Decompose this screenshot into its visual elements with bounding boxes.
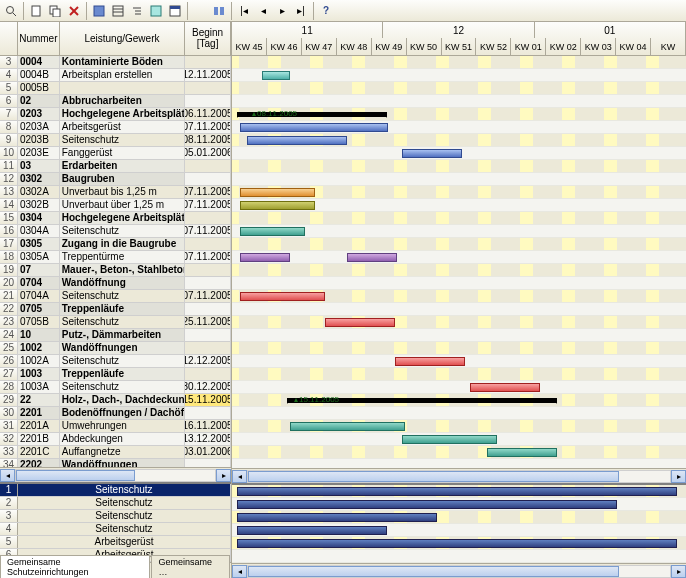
cell-begin[interactable]: 13.12.2005 bbox=[185, 433, 231, 445]
table-row[interactable]: 140302BUnverbaut über 1,25 m07.11.2005 bbox=[0, 199, 231, 212]
cell-begin[interactable] bbox=[185, 173, 231, 185]
table-row[interactable]: 230705BSeitenschutz25.11.2005 bbox=[0, 316, 231, 329]
cell-task[interactable]: Hochgelegene Arbeitsplätze bbox=[60, 212, 185, 224]
cell-task[interactable]: Holz-, Dach-, Dachdeckung u… bbox=[60, 394, 185, 406]
table-row[interactable]: 302201Bodenöffnungen / Dachöffnun… bbox=[0, 407, 231, 420]
table-row[interactable]: 210704ASeitenschutz07.11.2005 bbox=[0, 290, 231, 303]
gantt-row[interactable] bbox=[232, 355, 686, 368]
cell-nummer[interactable]: 0705 bbox=[18, 303, 60, 315]
cell-nummer[interactable]: 1003 bbox=[18, 368, 60, 380]
cell-begin[interactable]: 05.01.2006 bbox=[185, 147, 231, 159]
table-row[interactable]: 70203Hochgelegene Arbeitsplätze06.11.200… bbox=[0, 108, 231, 121]
gantt-row[interactable] bbox=[232, 95, 686, 108]
gantt-bar[interactable] bbox=[240, 253, 290, 262]
gantt-row[interactable] bbox=[232, 199, 686, 212]
cell-task[interactable]: Zugang in die Baugrube bbox=[60, 238, 185, 250]
cell-nummer[interactable]: 07 bbox=[18, 264, 60, 276]
cell-begin[interactable]: 07.11.2005 bbox=[185, 290, 231, 302]
cell-begin[interactable]: 08.11.2005 bbox=[185, 134, 231, 146]
cell-begin[interactable] bbox=[185, 329, 231, 341]
cell-begin[interactable]: 07.11.2005 bbox=[185, 251, 231, 263]
cell-begin[interactable]: 15.11.2005 bbox=[185, 394, 231, 406]
cell-task[interactable]: Seitenschutz bbox=[60, 316, 185, 328]
cell-task[interactable]: Baugruben bbox=[60, 173, 185, 185]
cell-begin[interactable] bbox=[185, 56, 231, 68]
cell-task[interactable]: Wandöffnungen bbox=[60, 459, 185, 468]
cell-task[interactable]: Mauer-, Beton-, Stahlbeton-, … bbox=[60, 264, 185, 276]
view-table-icon[interactable] bbox=[109, 2, 127, 20]
gantt-bar[interactable] bbox=[237, 526, 387, 535]
new-icon[interactable] bbox=[27, 2, 45, 20]
table-row[interactable]: 342202Wandöffnungen bbox=[0, 459, 231, 468]
table-row[interactable]: 312201AUmwehrungen16.11.2005 bbox=[0, 420, 231, 433]
bottom-row[interactable]: 5Arbeitsgerüst bbox=[0, 536, 231, 549]
bottom-cell-task[interactable]: Arbeitsgerüst bbox=[18, 536, 231, 548]
cell-nummer[interactable]: 1003A bbox=[18, 381, 60, 393]
gantt-bar[interactable] bbox=[237, 487, 677, 496]
cell-nummer[interactable]: 0302B bbox=[18, 199, 60, 211]
cell-task[interactable] bbox=[60, 82, 185, 94]
nav-last-icon[interactable]: ▸| bbox=[292, 2, 310, 20]
cell-task[interactable]: Erdarbeiten bbox=[60, 160, 185, 172]
cell-nummer[interactable]: 2201A bbox=[18, 420, 60, 432]
cell-nummer[interactable]: 0302 bbox=[18, 173, 60, 185]
cell-begin[interactable]: 16.11.2005 bbox=[185, 420, 231, 432]
gantt-bar[interactable] bbox=[237, 513, 437, 522]
gantt-row[interactable] bbox=[232, 316, 686, 329]
cell-task[interactable]: Treppenläufe bbox=[60, 368, 185, 380]
table-row[interactable]: 220705Treppenläufe bbox=[0, 303, 231, 316]
cell-task[interactable]: Fanggerüst bbox=[60, 147, 185, 159]
cell-nummer[interactable]: 0203 bbox=[18, 108, 60, 120]
gantt-row[interactable] bbox=[232, 121, 686, 134]
cell-nummer[interactable]: 0203A bbox=[18, 121, 60, 133]
bottom-row[interactable]: 3Seitenschutz bbox=[0, 510, 231, 523]
cell-nummer[interactable]: 0704 bbox=[18, 277, 60, 289]
bottom-cell-task[interactable]: Seitenschutz bbox=[18, 523, 231, 535]
table-row[interactable]: 281003ASeitenschutz30.12.2005 bbox=[0, 381, 231, 394]
cell-task[interactable]: Arbeitsplan erstellen bbox=[60, 69, 185, 81]
cell-task[interactable]: Seitenschutz bbox=[60, 225, 185, 237]
cell-begin[interactable] bbox=[185, 459, 231, 468]
cell-begin[interactable] bbox=[185, 342, 231, 354]
table-row[interactable]: 160304ASeitenschutz07.11.2005 bbox=[0, 225, 231, 238]
gantt-row[interactable] bbox=[232, 225, 686, 238]
cell-task[interactable]: Umwehrungen bbox=[60, 420, 185, 432]
col-nummer[interactable]: Nummer bbox=[18, 22, 60, 55]
gantt-row[interactable] bbox=[232, 381, 686, 394]
cell-begin[interactable]: 12.12.2005 bbox=[185, 355, 231, 367]
gantt-row[interactable] bbox=[232, 407, 686, 420]
bottom-gantt-row[interactable] bbox=[232, 511, 686, 524]
group-icon[interactable] bbox=[210, 2, 228, 20]
cell-begin[interactable] bbox=[185, 82, 231, 94]
cell-begin[interactable]: 07.11.2005 bbox=[185, 225, 231, 237]
cell-task[interactable]: Kontaminierte Böden bbox=[60, 56, 185, 68]
view-outline-icon[interactable] bbox=[128, 2, 146, 20]
cell-task[interactable]: Seitenschutz bbox=[60, 381, 185, 393]
gantt-row[interactable] bbox=[232, 134, 686, 147]
col-beginn[interactable]: Beginn [Tag] bbox=[185, 22, 231, 55]
bottom-cell-task[interactable]: Seitenschutz bbox=[18, 484, 231, 496]
cell-begin[interactable] bbox=[185, 264, 231, 276]
gantt-row[interactable] bbox=[232, 277, 686, 290]
view-form-icon[interactable] bbox=[147, 2, 165, 20]
gantt-row[interactable] bbox=[232, 342, 686, 355]
bottom-gantt-row[interactable] bbox=[232, 485, 686, 498]
cell-begin[interactable]: 07.11.2005 bbox=[185, 121, 231, 133]
cell-nummer[interactable]: 0304 bbox=[18, 212, 60, 224]
cell-nummer[interactable]: 0704A bbox=[18, 290, 60, 302]
gantt-row[interactable] bbox=[232, 82, 686, 95]
gantt-hscroll[interactable]: ◂▸ bbox=[232, 468, 686, 483]
cell-begin[interactable]: 12.11.2005 bbox=[185, 69, 231, 81]
cell-task[interactable]: Seitenschutz bbox=[60, 134, 185, 146]
cell-nummer[interactable]: 0203B bbox=[18, 134, 60, 146]
nav-prev-icon[interactable]: ◂ bbox=[254, 2, 272, 20]
gantt-row[interactable] bbox=[232, 251, 686, 264]
bottom-gantt-hscroll[interactable]: ◂▸ bbox=[232, 563, 686, 578]
table-row[interactable]: 50005B bbox=[0, 82, 231, 95]
gantt-row[interactable] bbox=[232, 329, 686, 342]
help-icon[interactable]: ? bbox=[317, 2, 335, 20]
gantt-bar[interactable] bbox=[402, 435, 497, 444]
gantt-row[interactable] bbox=[232, 420, 686, 433]
cell-begin[interactable] bbox=[185, 95, 231, 107]
bottom-cell-task[interactable]: Seitenschutz bbox=[18, 497, 231, 509]
